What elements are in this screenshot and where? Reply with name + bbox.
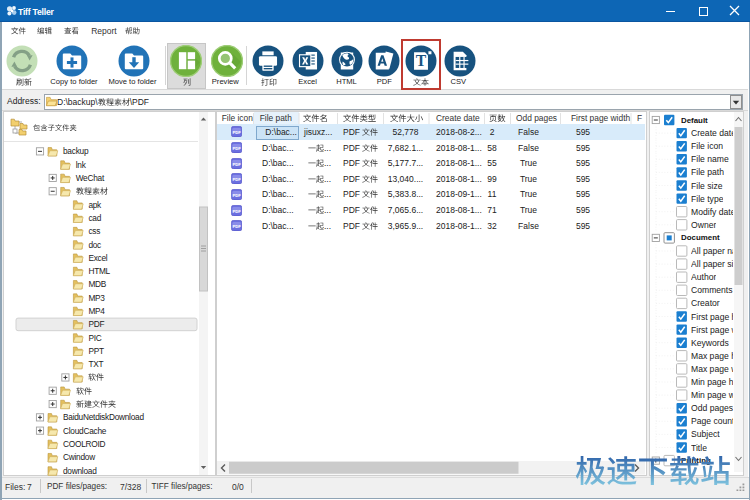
svg-text:PDF: PDF [232, 177, 241, 182]
svg-text:PDF: PDF [232, 208, 241, 213]
svg-text:PDF: PDF [232, 161, 241, 166]
svg-text:PDF: PDF [232, 192, 241, 197]
svg-text:PDF: PDF [232, 130, 241, 135]
svg-text:PDF: PDF [232, 145, 241, 150]
svg-text:PDF: PDF [232, 224, 241, 229]
